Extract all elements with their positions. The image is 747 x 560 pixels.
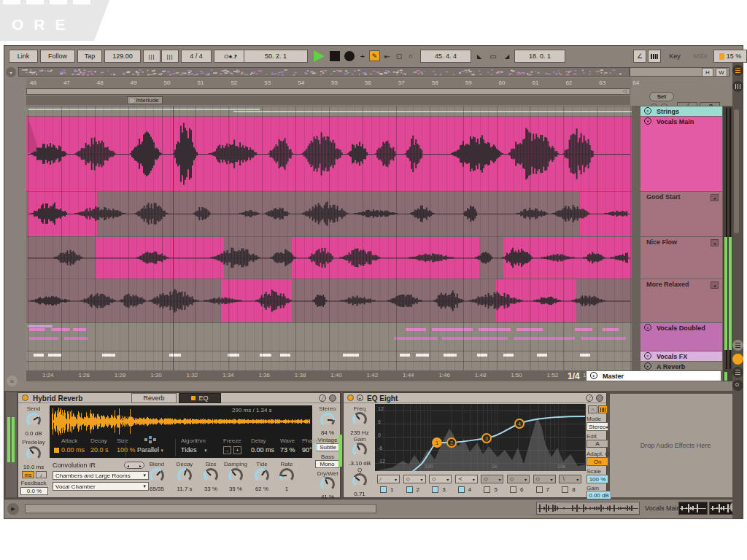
loop-icon[interactable]: ▭ <box>487 50 500 63</box>
time-signature-field[interactable]: 4 / 4 <box>181 50 212 63</box>
knob-value-gain[interactable]: -3.10 dB <box>341 460 379 467</box>
key-map-button[interactable]: Key <box>664 50 686 63</box>
plus-icon[interactable]: + <box>357 50 368 63</box>
eq-band-node-2[interactable]: 2 <box>447 438 456 447</box>
link-button[interactable]: Link <box>9 50 38 63</box>
scroll-wave-icon[interactable]: ≈ <box>7 376 18 386</box>
band-3-filter-type[interactable]: ◇▾ <box>429 475 452 483</box>
selection-box-icon[interactable]: ▢ <box>394 50 404 63</box>
follow-arrow-icon[interactable]: → <box>226 50 241 63</box>
bar-number-56[interactable]: 56 <box>365 79 371 86</box>
fold-icon[interactable]: ≡ <box>644 352 651 359</box>
bar-number-48[interactable]: 48 <box>97 79 104 86</box>
back-to-arrangement-icon[interactable]: ⇤ <box>382 50 392 63</box>
draw-automation-icon[interactable]: ∠ <box>633 50 646 63</box>
param-value[interactable]: 20.0 s <box>90 446 109 454</box>
hotswap-icon[interactable] <box>329 394 336 402</box>
fold-icon[interactable]: ▾ <box>644 117 651 125</box>
audition-icon[interactable]: ∩ <box>588 405 597 413</box>
freeze-button[interactable]: + <box>233 446 241 454</box>
set-locator-button[interactable]: Set <box>649 92 674 101</box>
follow-button[interactable]: Follow <box>40 50 75 63</box>
knob-value-freq[interactable]: 235 Hz <box>341 429 379 436</box>
bar-number-53[interactable]: 53 <box>264 79 271 86</box>
band-8-filter-type[interactable]: ∖▾ <box>559 475 581 483</box>
wrench-icon[interactable]: ╱ <box>319 394 326 402</box>
mode-circle-icon[interactable]: ○ <box>406 50 416 63</box>
bar-number-51[interactable]: 51 <box>198 79 204 86</box>
knob-size[interactable] <box>204 468 218 483</box>
eq-eight-power-led[interactable] <box>347 394 354 401</box>
loop-start-field[interactable]: 45. 4. 4 <box>420 50 471 63</box>
band-7-checkbox[interactable] <box>536 486 543 493</box>
knob-gain[interactable] <box>352 443 367 457</box>
cpu-meter[interactable]: 15 % <box>713 50 747 63</box>
eq-band-node-1[interactable]: 1 <box>433 438 441 447</box>
returns-toggle-icon[interactable] <box>732 367 743 378</box>
track-header-vocals-doubled[interactable]: ≡Vocals Doubled <box>640 323 722 351</box>
play-icon[interactable]: ▸ <box>644 362 651 370</box>
overview-zoom-icon[interactable] <box>732 380 743 391</box>
knob-value-rate[interactable]: 1 <box>268 486 306 492</box>
bar-number-64[interactable]: 64 <box>632 79 639 86</box>
edit-button[interactable]: A <box>587 440 608 448</box>
band-6-filter-type[interactable]: ◇▾ <box>507 475 530 483</box>
track-header-good-start[interactable]: Good Start◂ <box>640 192 722 236</box>
hybrid-reverb-power-led[interactable] <box>22 394 28 401</box>
track-header-a-reverb[interactable]: ▸A Reverb <box>640 362 722 370</box>
ms-toggle[interactable]: ms <box>22 471 34 478</box>
record-arm-indicator[interactable] <box>732 354 743 365</box>
bar-number-49[interactable]: 49 <box>131 79 137 86</box>
knob-predelay[interactable] <box>26 446 41 461</box>
scale-value[interactable]: 100 % <box>587 475 608 483</box>
width-button[interactable]: W <box>716 68 727 77</box>
loop-brace[interactable]: ◁ <box>26 88 630 95</box>
speaker-icon[interactable]: ◂ <box>711 281 719 289</box>
knob-damping[interactable] <box>228 468 243 483</box>
bar-number-60[interactable]: 60 <box>499 79 506 86</box>
mode-select[interactable]: Stereo ▾ <box>587 422 608 431</box>
analyze-icon[interactable] <box>598 405 608 413</box>
bar-number-50[interactable]: 50 <box>164 79 171 86</box>
bar-number-46[interactable]: 46 <box>30 79 36 86</box>
punch-in-icon[interactable]: ◣ <box>473 50 485 63</box>
bar-number-47[interactable]: 47 <box>63 79 70 86</box>
knob-value-q[interactable]: 0.71 <box>341 491 379 497</box>
metronome-icon[interactable]: ||| <box>161 50 179 63</box>
adapt-q-toggle[interactable]: On <box>587 457 608 466</box>
band-7-filter-type[interactable]: ◇▾ <box>533 475 556 483</box>
ir-preset-select[interactable]: Vocal Chamber ▾ <box>53 482 149 491</box>
prev-ir-icon[interactable]: ◂ <box>127 463 129 468</box>
bar-number-52[interactable]: 52 <box>231 79 237 86</box>
track-header-more-relaxed[interactable]: More Relaxed◂ <box>640 279 722 322</box>
count-in-icon[interactable]: ||| <box>143 50 160 63</box>
knob-freq[interactable] <box>352 412 367 427</box>
loop-length-field[interactable]: 18. 0. 1 <box>514 50 565 63</box>
midi-map-button[interactable]: MIDI <box>689 50 712 63</box>
bar-number-59[interactable]: 59 <box>465 79 472 86</box>
routing-menu[interactable]: Parallel ▾ <box>137 446 163 454</box>
eq-band-node-4[interactable]: 4 <box>515 419 524 428</box>
knob-rate[interactable] <box>279 468 294 483</box>
fold-icon[interactable]: ≡ <box>644 107 651 114</box>
fold-overview-button[interactable]: ▾ <box>6 67 16 77</box>
band-5-checkbox[interactable] <box>484 486 490 493</box>
bar-number-63[interactable]: 63 <box>599 79 605 86</box>
record-button[interactable] <box>344 51 355 61</box>
track-header-strings[interactable]: ≡Strings <box>640 106 722 116</box>
speaker-icon[interactable]: ◂ <box>711 239 719 246</box>
tap-tempo-button[interactable]: Tap <box>77 50 102 63</box>
eq-curve-plot[interactable]: 1234 <box>375 404 585 471</box>
wrench-icon[interactable]: ╱ <box>586 394 593 402</box>
band-2-filter-type[interactable]: ◇▾ <box>403 475 426 483</box>
band-1-filter-type[interactable]: ∕▾ <box>377 475 400 483</box>
drop-audio-effects-zone[interactable]: Drop Audio Effects Here <box>610 394 741 497</box>
stop-button[interactable] <box>330 51 340 61</box>
param-value[interactable]: 90° <box>302 446 312 454</box>
play-button[interactable] <box>314 50 325 62</box>
freeze-in-button[interactable]: → <box>223 446 231 454</box>
param-value[interactable]: 73 % <box>280 446 295 454</box>
band-5-filter-type[interactable]: ◇▾ <box>481 475 503 483</box>
hotswap-icon[interactable] <box>596 394 603 402</box>
locator-lane[interactable] <box>26 96 630 105</box>
